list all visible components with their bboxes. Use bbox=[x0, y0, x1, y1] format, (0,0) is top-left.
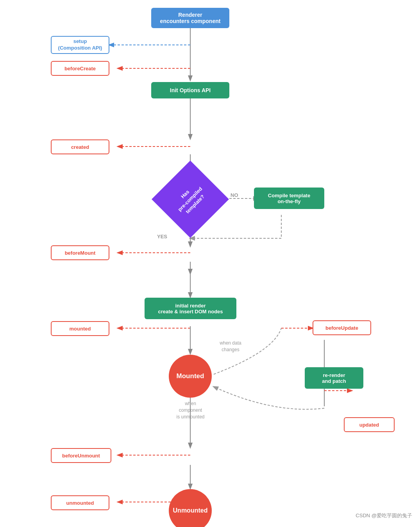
initial-render-box: initial rendercreate & insert DOM nodes bbox=[145, 298, 236, 319]
mounted-box: mounted bbox=[51, 321, 109, 336]
rerender-box: re-renderand patch bbox=[305, 367, 363, 389]
when-unmounted-label: whencomponentis unmounted bbox=[168, 400, 213, 420]
beforemount-box: beforeMount bbox=[51, 245, 109, 260]
watermark: CSDN @爱吃芋圆的兔子 bbox=[356, 512, 412, 519]
when-data-changes-label: when datachanges bbox=[213, 340, 248, 353]
beforeunmount-box: beforeUnmount bbox=[51, 448, 111, 463]
mounted-circle: Mounted bbox=[169, 355, 212, 398]
beforeupdate-box: beforeUpdate bbox=[313, 320, 371, 335]
yes-label: YES bbox=[157, 234, 167, 239]
renderer-box: Rendererencounters component bbox=[151, 8, 229, 28]
beforecreate-box: beforeCreate bbox=[51, 61, 109, 76]
no-label: NO bbox=[231, 192, 238, 198]
diamond-wrapper: Haspre-compiledtemplate? bbox=[163, 172, 218, 227]
init-options-box: Init Options API bbox=[151, 82, 229, 98]
updated-box: updated bbox=[344, 417, 395, 432]
unmounted-circle: Unmounted bbox=[169, 489, 212, 527]
compile-template-box: Compile templateon-the-fly bbox=[254, 188, 324, 209]
diagram-container: Rendererencounters component setup(Compo… bbox=[0, 0, 420, 527]
created-box: created bbox=[51, 139, 109, 154]
unmounted-box: unmounted bbox=[51, 495, 109, 510]
setup-box: setup(Composition API) bbox=[51, 36, 109, 54]
